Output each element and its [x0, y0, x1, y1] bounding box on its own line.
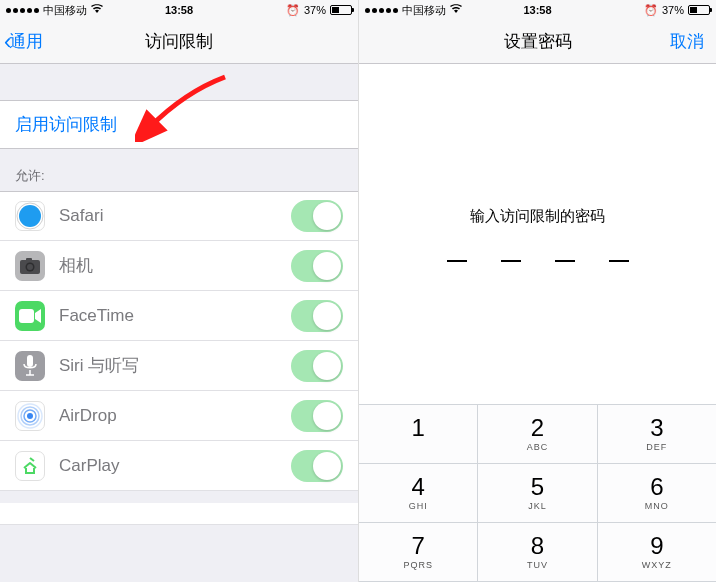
page-title: 设置密码	[504, 30, 572, 53]
numeric-keypad: 12ABC3DEF4GHI5JKL6MNO7PQRS8TUV9WXYZ	[359, 404, 716, 582]
key-letters: JKL	[528, 501, 547, 511]
key-number: 9	[650, 534, 663, 558]
svg-rect-7	[27, 355, 33, 367]
key-letters: DEF	[646, 442, 667, 452]
nav-bar: ‹ 通用 访问限制	[0, 20, 358, 64]
keypad-key-1[interactable]: 1	[359, 405, 477, 463]
list-item	[0, 503, 358, 525]
key-letters: WXYZ	[642, 560, 672, 570]
key-number: 4	[411, 475, 424, 499]
passcode-slot	[501, 260, 521, 262]
key-number: 2	[531, 416, 544, 440]
keypad-key-6[interactable]: 6MNO	[598, 464, 716, 522]
list-item: Safari	[0, 191, 358, 241]
key-letters: MNO	[645, 501, 669, 511]
status-bar: 中国移动 13:58 ⏰ 37%	[359, 0, 716, 20]
toggle-switch[interactable]	[291, 450, 343, 482]
row-label: CarPlay	[59, 456, 277, 476]
key-number: 1	[411, 416, 424, 440]
signal-dots-icon	[365, 8, 398, 13]
row-label: 相机	[59, 254, 277, 277]
settings-content: 启用访问限制 允许: Safari相机FaceTimeSiri 与听写AirDr…	[0, 64, 358, 582]
phone-passcode: 中国移动 13:58 ⏰ 37% 设置密码 取消 输入访问限制的密码	[358, 0, 716, 582]
keypad-key-8[interactable]: 8TUV	[478, 523, 596, 581]
passcode-slot	[447, 260, 467, 262]
keypad-key-9[interactable]: 9WXYZ	[598, 523, 716, 581]
status-bar: 中国移动 13:58 ⏰ 37%	[0, 0, 358, 20]
list-item: FaceTime	[0, 291, 358, 341]
enable-restrictions-cell[interactable]: 启用访问限制	[0, 100, 358, 149]
svg-point-10	[27, 413, 33, 419]
wifi-icon	[91, 4, 103, 16]
airdrop-icon	[15, 401, 45, 431]
keypad-key-3[interactable]: 3DEF	[598, 405, 716, 463]
key-letters: ABC	[527, 442, 549, 452]
passcode-slot	[555, 260, 575, 262]
enable-restrictions-label: 启用访问限制	[15, 115, 117, 134]
carrier-label: 中国移动	[43, 3, 87, 18]
battery-pct: 37%	[304, 4, 326, 16]
keypad-key-5[interactable]: 5JKL	[478, 464, 596, 522]
key-letters: PQRS	[403, 560, 433, 570]
key-number: 6	[650, 475, 663, 499]
toggle-switch[interactable]	[291, 300, 343, 332]
nav-bar: 设置密码 取消	[359, 20, 716, 64]
key-number: 5	[531, 475, 544, 499]
back-button[interactable]: ‹ 通用	[0, 30, 43, 53]
safari-icon	[15, 201, 45, 231]
toggle-switch[interactable]	[291, 400, 343, 432]
battery-icon	[688, 5, 710, 15]
carrier-label: 中国移动	[402, 3, 446, 18]
allow-section-header: 允许:	[0, 149, 358, 191]
key-letters: GHI	[409, 501, 428, 511]
facetime-icon	[15, 301, 45, 331]
signal-dots-icon	[6, 8, 39, 13]
keypad-key-2[interactable]: 2ABC	[478, 405, 596, 463]
passcode-area: 输入访问限制的密码	[359, 64, 716, 404]
status-time: 13:58	[523, 4, 551, 16]
row-label: AirDrop	[59, 406, 277, 426]
key-letters: TUV	[527, 560, 548, 570]
keypad-key-4[interactable]: 4GHI	[359, 464, 477, 522]
row-label: FaceTime	[59, 306, 277, 326]
wifi-icon	[450, 4, 462, 16]
page-title: 访问限制	[145, 30, 213, 53]
carplay-icon	[15, 451, 45, 481]
battery-pct: 37%	[662, 4, 684, 16]
battery-icon	[330, 5, 352, 15]
passcode-slot	[609, 260, 629, 262]
svg-rect-3	[26, 258, 32, 261]
row-label: Siri 与听写	[59, 354, 277, 377]
back-label: 通用	[9, 30, 43, 53]
passcode-slots	[447, 260, 629, 262]
list-item: AirDrop	[0, 391, 358, 441]
row-label: Safari	[59, 206, 277, 226]
toggle-switch[interactable]	[291, 350, 343, 382]
key-number: 7	[411, 534, 424, 558]
siri-icon	[15, 351, 45, 381]
status-time: 13:58	[165, 4, 193, 16]
list-item: CarPlay	[0, 441, 358, 491]
phone-restrictions: 中国移动 13:58 ⏰ 37% ‹ 通用 访问限制 启用访问限制	[0, 0, 358, 582]
alarm-icon: ⏰	[286, 4, 300, 17]
cancel-button[interactable]: 取消	[670, 30, 704, 53]
key-number: 3	[650, 416, 663, 440]
list-item: 相机	[0, 241, 358, 291]
alarm-icon: ⏰	[644, 4, 658, 17]
keypad-key-7[interactable]: 7PQRS	[359, 523, 477, 581]
toggle-switch[interactable]	[291, 250, 343, 282]
toggle-switch[interactable]	[291, 200, 343, 232]
passcode-prompt: 输入访问限制的密码	[470, 207, 605, 226]
svg-point-5	[27, 264, 33, 270]
camera-icon	[15, 251, 45, 281]
key-number: 8	[531, 534, 544, 558]
list-item: Siri 与听写	[0, 341, 358, 391]
svg-rect-6	[19, 309, 34, 323]
